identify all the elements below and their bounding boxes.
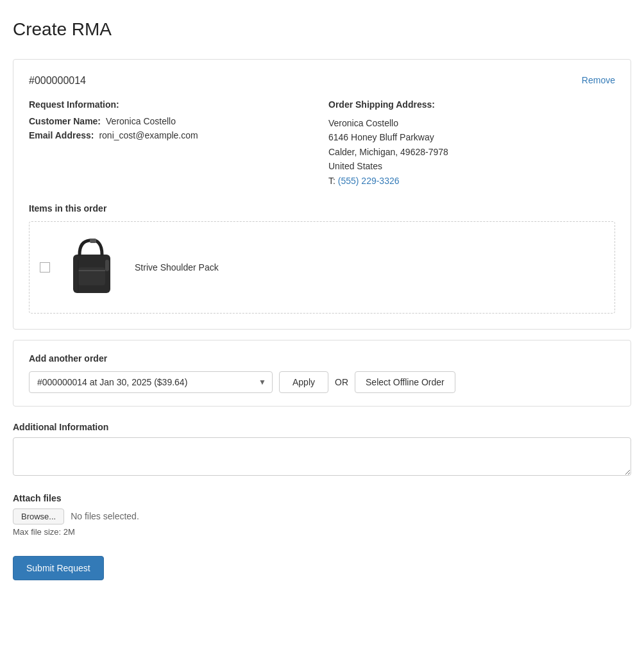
add-order-card: Add another order #000000014 at Jan 30, … xyxy=(13,340,631,407)
svg-rect-1 xyxy=(90,239,96,243)
info-grid: Request Information: Customer Name: Vero… xyxy=(29,99,615,188)
request-info-section: Request Information: Customer Name: Vero… xyxy=(29,99,316,188)
file-input-row: Browse... No files selected. xyxy=(13,508,631,525)
item-checkbox[interactable] xyxy=(40,262,50,273)
customer-name-value: Veronica Costello xyxy=(106,116,176,126)
email-row: Email Address: roni_cost@example.com xyxy=(29,130,316,140)
item-product-image xyxy=(67,235,118,299)
additional-info-textarea[interactable] xyxy=(13,437,631,476)
table-row: Strive Shoulder Pack xyxy=(40,232,604,303)
phone-label: T: xyxy=(328,176,335,186)
address-name: Veronica Costello xyxy=(328,116,615,130)
page-title: Create RMA xyxy=(13,19,631,40)
submit-request-button[interactable]: Submit Request xyxy=(13,556,104,580)
attach-files-title: Attach files xyxy=(13,493,631,503)
request-info-title: Request Information: xyxy=(29,99,316,110)
order-select-wrapper: #000000014 at Jan 30, 2025 ($39.64) ▼ xyxy=(29,371,273,393)
additional-info-title: Additional Information xyxy=(13,422,631,432)
order-select[interactable]: #000000014 at Jan 30, 2025 ($39.64) xyxy=(29,371,273,393)
address-city: Calder, Michigan, 49628-7978 xyxy=(328,145,615,159)
email-value: roni_cost@example.com xyxy=(99,130,198,140)
address-phone[interactable]: (555) 229-3326 xyxy=(338,176,400,186)
browse-button[interactable]: Browse... xyxy=(13,508,64,525)
no-files-text: No files selected. xyxy=(71,511,139,521)
shipping-address-title: Order Shipping Address: xyxy=(328,99,615,110)
order-card: #000000014 Remove Request Information: C… xyxy=(13,59,631,330)
items-section-title: Items in this order xyxy=(29,203,615,214)
select-offline-button[interactable]: Select Offline Order xyxy=(355,371,455,393)
address-street: 6146 Honey Bluff Parkway xyxy=(328,130,615,144)
email-label: Email Address: xyxy=(29,130,94,140)
customer-name-label: Customer Name: xyxy=(29,116,101,126)
svg-rect-4 xyxy=(105,260,109,271)
items-section: Items in this order xyxy=(29,203,615,314)
shipping-address-section: Order Shipping Address: Veronica Costell… xyxy=(328,99,615,188)
attach-files-section: Attach files Browse... No files selected… xyxy=(13,493,631,537)
address-country: United States xyxy=(328,159,615,173)
customer-name-row: Customer Name: Veronica Costello xyxy=(29,116,316,126)
order-number: #000000014 xyxy=(29,75,615,87)
item-name: Strive Shoulder Pack xyxy=(135,262,219,273)
max-file-size: Max file size: 2M xyxy=(13,527,631,537)
or-text: OR xyxy=(335,377,348,387)
svg-rect-2 xyxy=(78,267,105,285)
address-phone-row: T: (555) 229-3326 xyxy=(328,174,615,188)
additional-info-section: Additional Information xyxy=(13,422,631,478)
item-image xyxy=(60,232,124,303)
address-block: Veronica Costello 6146 Honey Bluff Parkw… xyxy=(328,116,615,188)
add-order-controls: #000000014 at Jan 30, 2025 ($39.64) ▼ Ap… xyxy=(29,371,615,393)
items-list: Strive Shoulder Pack xyxy=(29,221,615,314)
apply-button[interactable]: Apply xyxy=(279,371,328,393)
add-order-title: Add another order xyxy=(29,353,615,364)
remove-link[interactable]: Remove xyxy=(582,75,615,85)
